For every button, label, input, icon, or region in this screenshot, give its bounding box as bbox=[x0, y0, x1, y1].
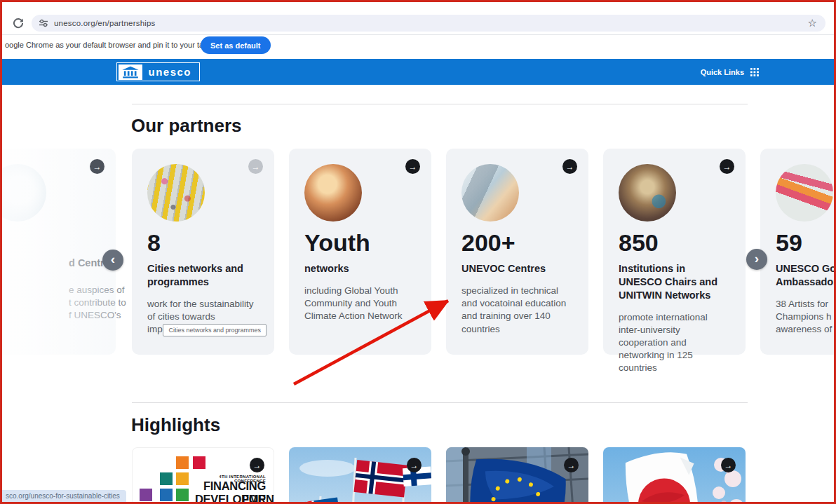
logo-square bbox=[176, 489, 189, 501]
card-body: specialized in technical and vocatoinal … bbox=[461, 285, 573, 336]
site-settings-icon[interactable] bbox=[39, 18, 48, 28]
card-subtitle: UNEVOC Centres bbox=[461, 262, 573, 275]
card-photo bbox=[0, 164, 46, 222]
highlight-card-nordic[interactable]: → bbox=[289, 447, 431, 504]
card-photo bbox=[304, 164, 362, 222]
card-body-fragment: f UNESCO's bbox=[69, 309, 153, 322]
browser-toolbar: unesco.org/en/partnerships ☆ bbox=[2, 4, 834, 34]
card-photo bbox=[147, 164, 205, 222]
card-body-fragment: Champions h bbox=[776, 311, 836, 323]
url-text[interactable]: unesco.org/en/partnerships bbox=[54, 19, 156, 27]
unesco-logo-text: unesco bbox=[142, 64, 198, 80]
default-browser-message: oogle Chrome as your default browser and… bbox=[5, 41, 222, 49]
card-tag[interactable]: Cities networks and programmes bbox=[163, 324, 267, 336]
partner-card-chairs[interactable]: → 850 Institutions in UNESCO Chairs and … bbox=[603, 149, 746, 355]
our-partners-heading: Our partners bbox=[131, 115, 242, 137]
arrow-icon[interactable]: → bbox=[562, 159, 577, 174]
carousel-prev-button[interactable]: ‹ bbox=[102, 250, 123, 271]
card-subtitle: networks bbox=[304, 262, 416, 275]
eu-flag-photo bbox=[446, 447, 588, 504]
highlight-card-financing[interactable]: 4TH INTERNATIONAL CONFERENCE FINANCING F… bbox=[132, 447, 274, 504]
arrow-icon[interactable]: → bbox=[720, 159, 734, 174]
bookmark-star-icon[interactable]: ☆ bbox=[808, 15, 817, 31]
arrow-icon[interactable]: → bbox=[564, 458, 579, 472]
partner-card-cities[interactable]: → 8 Cities networks and programmes work … bbox=[132, 149, 274, 355]
grid-menu-icon bbox=[750, 67, 759, 76]
arrow-icon[interactable]: → bbox=[407, 458, 422, 472]
card-subtitle-fragment: UNESCO Goo bbox=[776, 262, 836, 275]
card-body: including Global Youth Community and You… bbox=[304, 285, 416, 323]
carousel-next-button[interactable]: › bbox=[746, 249, 767, 270]
card-number: 8 bbox=[147, 231, 259, 254]
logo-square bbox=[176, 456, 189, 469]
arrow-icon[interactable]: → bbox=[248, 159, 263, 174]
card-number: 200+ bbox=[461, 231, 573, 254]
toolbar-divider bbox=[2, 34, 834, 35]
conference-title-line2: DEVELOPMENT bbox=[195, 493, 266, 504]
card-subtitle: Institutions in UNESCO Chairs and UNITWI… bbox=[619, 262, 730, 302]
card-body-fragment: 38 Artists for bbox=[776, 298, 836, 311]
card-photo bbox=[776, 164, 833, 222]
arrow-icon[interactable]: → bbox=[405, 159, 420, 174]
card-photo bbox=[461, 164, 519, 222]
card-number: 59 bbox=[776, 231, 836, 254]
card-body-fragment: awareness of bbox=[776, 323, 836, 336]
logo-square bbox=[160, 489, 173, 501]
card-subtitle: Cities networks and programmes bbox=[147, 262, 259, 289]
partner-card-unevoc[interactable]: → 200+ UNEVOC Centres specialized in tec… bbox=[446, 149, 588, 355]
arrow-icon[interactable]: → bbox=[721, 458, 736, 472]
card-body-fragment: t contribute to bbox=[69, 297, 153, 309]
unesco-temple-icon bbox=[119, 64, 142, 80]
highlight-card-japan[interactable]: → bbox=[603, 447, 746, 504]
card-body: promote international inter-university c… bbox=[619, 311, 730, 375]
japan-flag-photo bbox=[603, 447, 746, 504]
logo-square bbox=[193, 456, 205, 469]
card-photo bbox=[619, 164, 676, 222]
card-body-fragment: e auspices of bbox=[69, 284, 153, 297]
card-subtitle-fragment: Ambassadors bbox=[776, 275, 836, 289]
partner-card-partial-right[interactable]: 59 UNESCO Goo Ambassadors 38 Artists for… bbox=[760, 149, 836, 355]
partner-card-partial-left[interactable]: d Centres e auspices of t contribute to … bbox=[0, 149, 116, 355]
arrow-icon[interactable]: → bbox=[90, 159, 104, 174]
highlight-card-eu[interactable]: → bbox=[446, 447, 588, 504]
section-divider bbox=[132, 402, 748, 403]
logo-square bbox=[140, 489, 152, 501]
url-bar[interactable]: unesco.org/en/partnerships ☆ bbox=[32, 15, 825, 32]
quick-links-label: Quick Links bbox=[701, 68, 744, 76]
quick-links-button[interactable]: Quick Links bbox=[701, 59, 759, 85]
partner-card-youth[interactable]: → Youth networks including Global Youth … bbox=[289, 149, 431, 355]
unesco-header: unesco Quick Links bbox=[2, 59, 834, 85]
arrow-icon[interactable]: → bbox=[250, 458, 264, 472]
card-number: 850 bbox=[619, 231, 730, 254]
link-preview-statusbar: sco.org/unesco-for-sustainable-cities bbox=[2, 490, 126, 502]
logo-square bbox=[176, 472, 189, 485]
browser-window: unesco.org/en/partnerships ☆ oogle Chrom… bbox=[0, 0, 836, 504]
highlights-heading: Highlights bbox=[131, 414, 220, 436]
section-divider bbox=[132, 104, 748, 104]
unesco-logo[interactable]: unesco bbox=[116, 62, 200, 81]
nordic-flags-photo bbox=[289, 447, 431, 504]
card-number: Youth bbox=[304, 231, 416, 254]
logo-square bbox=[160, 472, 173, 485]
reload-icon[interactable] bbox=[12, 17, 25, 29]
set-as-default-button[interactable]: Set as default bbox=[201, 36, 271, 54]
